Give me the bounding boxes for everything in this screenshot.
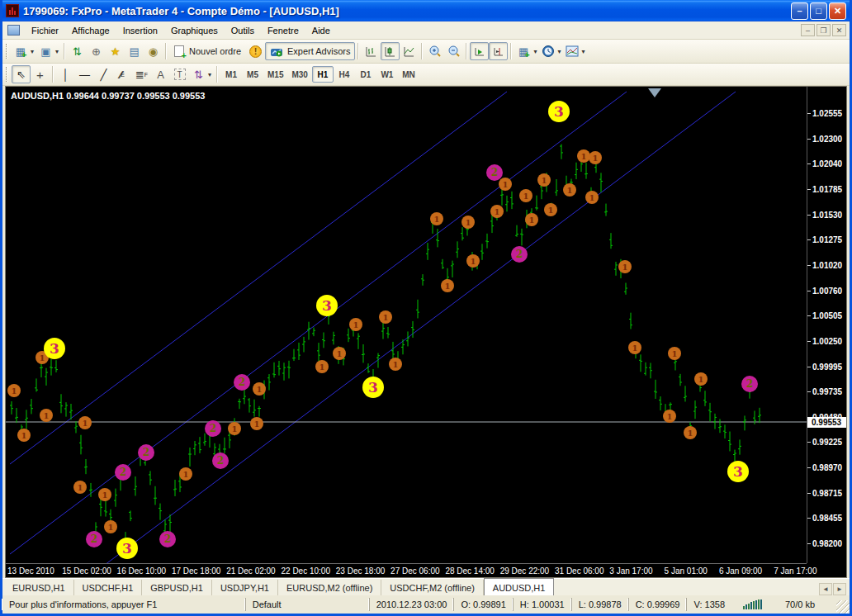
tab-audusd-h1[interactable]: AUDUSD,H1 bbox=[484, 578, 555, 595]
wave-1-marker: 1 bbox=[577, 149, 590, 163]
mdi-minimize-button[interactable]: – bbox=[801, 24, 815, 36]
minimize-button[interactable]: – bbox=[791, 2, 808, 20]
svg-text:1: 1 bbox=[337, 349, 343, 358]
svg-text:2: 2 bbox=[120, 467, 126, 478]
resize-grip[interactable] bbox=[836, 600, 850, 614]
templates-button[interactable]: ▾ bbox=[563, 42, 587, 60]
wave-1-marker: 1 bbox=[490, 205, 504, 218]
channel-tool-button[interactable]: ∕∕E bbox=[113, 65, 132, 83]
data-window-button[interactable]: ⊕ bbox=[87, 42, 106, 60]
bar-chart-button[interactable] bbox=[362, 42, 381, 60]
timeframe-m15[interactable]: M15 bbox=[263, 66, 287, 83]
tab-usdchf-h1[interactable]: USDCHF,H1 bbox=[74, 580, 143, 595]
svg-text:1: 1 bbox=[183, 470, 189, 479]
candlestick-chart-button[interactable] bbox=[381, 42, 400, 60]
menu-fenetre[interactable]: Fenetre bbox=[261, 23, 305, 38]
time-axis[interactable]: 13 Dec 201015 Dec 02:0016 Dec 10:0017 De… bbox=[6, 563, 807, 577]
tabs-scroll-right-button[interactable]: ► bbox=[833, 583, 846, 595]
wave-2-marker: 2 bbox=[234, 374, 250, 391]
terminal-button[interactable]: ▤ bbox=[125, 42, 144, 60]
timeframe-m1[interactable]: M1 bbox=[220, 66, 242, 83]
wave-1-marker: 1 bbox=[98, 488, 111, 501]
timeframe-m30[interactable]: M30 bbox=[287, 66, 311, 83]
menu-fichier[interactable]: Fichier bbox=[25, 23, 65, 38]
strategy-tester-button[interactable]: ◉ bbox=[144, 42, 163, 60]
price-tick-label: 1.01785 bbox=[812, 185, 842, 194]
new-order-button[interactable]: + Nouvel ordre bbox=[169, 42, 246, 60]
line-chart-button[interactable] bbox=[400, 42, 419, 60]
tab-eurusd-h1[interactable]: EURUSD,H1 bbox=[4, 580, 74, 595]
vertical-line-tool-button[interactable]: │ bbox=[56, 65, 75, 83]
svg-text:3: 3 bbox=[322, 297, 332, 314]
wave-1-marker: 1 bbox=[537, 173, 551, 187]
periods-button[interactable]: ▾ bbox=[539, 42, 563, 60]
arrows-tool-button[interactable]: ⇅▾ bbox=[189, 65, 214, 83]
crosshair-tool-button[interactable]: + bbox=[31, 65, 50, 83]
chart-plot-area[interactable]: AUDUSD,H1 0.99644 0.99737 0.99553 0.9955… bbox=[6, 87, 807, 563]
menu-items: FichierAffichageInsertionGraphiquesOutil… bbox=[25, 23, 337, 38]
timeframe-h4[interactable]: H4 bbox=[334, 66, 355, 83]
label-tool-button[interactable]: T bbox=[170, 65, 189, 83]
auto-scroll-button[interactable] bbox=[470, 42, 489, 60]
tab-usdchf-m2-offline[interactable]: USDCHF,M2 (offline) bbox=[381, 580, 484, 595]
timeframe-h1[interactable]: H1 bbox=[312, 66, 334, 83]
mdi-restore-button[interactable]: ❐ bbox=[816, 24, 831, 36]
price-tick-label: 0.99225 bbox=[812, 438, 842, 447]
svg-text:1: 1 bbox=[529, 216, 535, 225]
timeframe-d1[interactable]: D1 bbox=[355, 66, 376, 83]
horizontal-line-tool-button[interactable]: — bbox=[75, 65, 94, 83]
status-bar: Pour plus d'informations, appuyer F1 Def… bbox=[2, 595, 850, 614]
menu-insertion[interactable]: Insertion bbox=[116, 23, 164, 38]
svg-text:1: 1 bbox=[542, 176, 547, 185]
indicators-button[interactable]: ▦+▾ bbox=[514, 42, 539, 60]
wave-1-marker: 1 bbox=[618, 260, 632, 273]
chart-window[interactable]: AUDUSD,H1 0.99644 0.99737 0.99553 0.9955… bbox=[5, 86, 847, 578]
price-axis[interactable]: 1.025551.023001.020401.017851.015301.012… bbox=[807, 87, 846, 563]
current-price-box: 0.99553 bbox=[807, 417, 846, 428]
navigator-button[interactable]: ★ bbox=[106, 42, 125, 60]
status-profile[interactable]: Default bbox=[245, 598, 369, 611]
menu-bar: FichierAffichageInsertionGraphiquesOutil… bbox=[2, 21, 850, 40]
wave-1-marker: 1 bbox=[441, 279, 454, 292]
zoom-in-button[interactable] bbox=[425, 42, 444, 60]
metaeditor-button[interactable]: ! bbox=[246, 42, 265, 60]
status-traffic: 70/0 kb bbox=[767, 598, 833, 611]
wave-3-marker: 3 bbox=[44, 338, 65, 359]
time-tick-label: 23 Dec 18:00 bbox=[336, 566, 386, 576]
market-watch-button[interactable]: ⇅ bbox=[68, 42, 87, 60]
tab-eurusd-m2-offline[interactable]: EURUSD,M2 (offline) bbox=[278, 580, 381, 595]
wave-1-marker: 1 bbox=[389, 358, 402, 371]
timeframe-mn[interactable]: MN bbox=[398, 66, 419, 83]
tab-usdjpy-h1[interactable]: USDJPY,H1 bbox=[212, 580, 278, 595]
wave-2-marker: 2 bbox=[741, 376, 758, 392]
toolbar-grip[interactable] bbox=[6, 44, 8, 59]
timeframe-w1[interactable]: W1 bbox=[376, 66, 398, 83]
new-chart-button[interactable]: ▦+▾ bbox=[12, 42, 36, 60]
close-button[interactable]: ✕ bbox=[829, 2, 846, 20]
text-tool-button[interactable]: A bbox=[151, 65, 170, 83]
app-icon bbox=[6, 4, 19, 17]
chart-window-icon bbox=[7, 25, 20, 36]
tabs-scroll-left-button[interactable]: ◄ bbox=[819, 583, 832, 595]
wave-2-marker: 2 bbox=[138, 444, 154, 461]
menu-graphiques[interactable]: Graphiques bbox=[164, 23, 225, 38]
zoom-out-button[interactable] bbox=[444, 42, 463, 60]
trendline-tool-button[interactable]: ╱ bbox=[94, 65, 113, 83]
timeframe-m5[interactable]: M5 bbox=[242, 66, 263, 83]
market-watch-icon: ⇅ bbox=[70, 45, 84, 58]
fibonacci-tool-button[interactable]: ≣F bbox=[132, 65, 151, 83]
chart-tabs: EURUSD,H1USDCHF,H1GBPUSD,H1USDJPY,H1EURU… bbox=[4, 580, 554, 595]
maximize-button[interactable]: □ bbox=[810, 2, 827, 20]
cursor-tool-button[interactable]: ⇖ bbox=[12, 65, 31, 83]
svg-text:1: 1 bbox=[108, 523, 114, 532]
menu-affichage[interactable]: Affichage bbox=[65, 23, 116, 38]
tab-gbpusd-h1[interactable]: GBPUSD,H1 bbox=[142, 580, 212, 595]
menu-outils[interactable]: Outils bbox=[225, 23, 261, 38]
expert-advisors-button[interactable]: Expert Advisors bbox=[265, 42, 355, 60]
menu-aide[interactable]: Aide bbox=[305, 23, 337, 38]
chart-shift-button[interactable] bbox=[489, 42, 508, 60]
profiles-button[interactable]: ▣▾ bbox=[36, 42, 61, 60]
toolbar-grip-2[interactable] bbox=[6, 67, 8, 82]
mdi-close-button[interactable]: ✕ bbox=[832, 24, 846, 36]
wave-1-marker: 1 bbox=[499, 178, 512, 191]
